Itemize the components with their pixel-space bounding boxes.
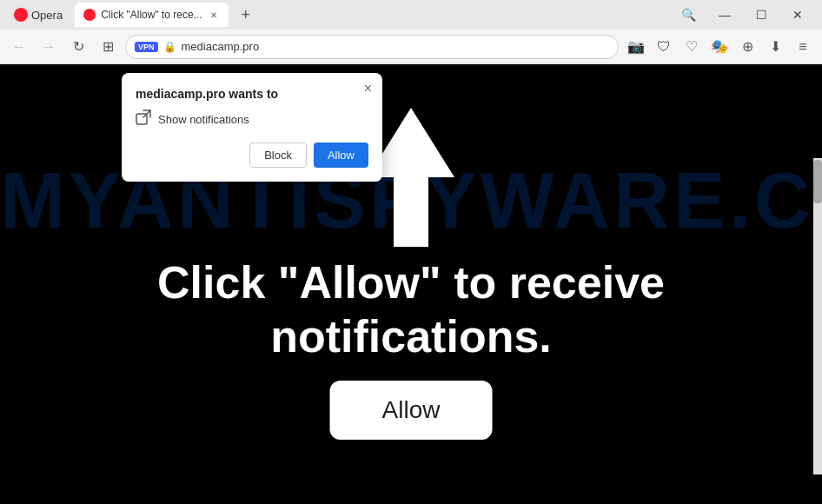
main-text: Click "Allow" to receive notifications. <box>0 255 822 364</box>
heart-icon[interactable]: ♡ <box>679 35 704 59</box>
minimize-button[interactable]: — <box>707 0 742 30</box>
camera-icon[interactable]: 📷 <box>624 35 648 59</box>
vpn-badge: VPN <box>135 42 158 52</box>
scrollbar-thumb[interactable] <box>813 160 822 203</box>
block-button[interactable]: Block <box>249 143 307 168</box>
maximize-button[interactable]: ☐ <box>744 0 779 30</box>
menu-button[interactable]: Opera <box>7 4 70 25</box>
address-text: mediacamp.pro <box>182 40 609 53</box>
address-input[interactable]: VPN 🔒 mediacamp.pro <box>125 35 619 59</box>
tabs-button[interactable]: ⊞ <box>96 35 120 59</box>
popup-close-button[interactable]: × <box>364 82 372 96</box>
page-content: MYANTISPYWARE.COM Click "Allow" to recei… <box>0 64 822 474</box>
menu-label: Opera <box>31 9 63 22</box>
new-tab-button[interactable]: + <box>234 3 258 27</box>
allow-big-button[interactable]: Allow <box>330 381 493 440</box>
opera-logo-icon <box>14 8 28 22</box>
title-bar: Opera Click "Allow" to rece... ✕ + 🔍 — ☐… <box>0 0 822 30</box>
scrollbar[interactable] <box>813 158 822 474</box>
popup-notification-icon <box>136 109 151 129</box>
tab-favicon-icon <box>83 9 96 21</box>
main-text-line2: notifications. <box>270 311 552 361</box>
active-tab[interactable]: Click "Allow" to rece... ✕ <box>75 3 229 27</box>
address-bar: ← → ↻ ⊞ VPN 🔒 mediacamp.pro 📷 🛡 ♡ 🎭 ⊕ ⬇ … <box>0 30 822 64</box>
reload-button[interactable]: ↻ <box>66 35 90 59</box>
download-icon[interactable]: ⬇ <box>763 35 787 59</box>
shield-icon[interactable]: 🛡 <box>652 35 676 59</box>
allow-button[interactable]: Allow <box>314 143 368 168</box>
window-controls: 🔍 — ☐ ✕ <box>671 0 815 30</box>
toolbar-icons: 📷 🛡 ♡ 🎭 ⊕ ⬇ ≡ <box>624 35 815 59</box>
popup-title: mediacamp.pro wants to <box>136 87 368 101</box>
tab-label: Click "Allow" to rece... <box>101 9 202 21</box>
popup-permission: Show notifications <box>136 109 368 129</box>
notification-popup: × mediacamp.pro wants to Show notificati… <box>122 73 382 182</box>
search-window-button[interactable]: 🔍 <box>671 0 706 30</box>
forward-button[interactable]: → <box>36 35 61 59</box>
tab-close-button[interactable]: ✕ <box>208 9 220 21</box>
menu-icon[interactable]: ≡ <box>791 35 815 59</box>
add-icon[interactable]: ⊕ <box>735 35 759 59</box>
popup-permission-text: Show notifications <box>158 113 249 126</box>
notification-permission-icon <box>136 109 151 125</box>
main-text-line1: Click "Allow" to receive <box>157 257 665 308</box>
back-button[interactable]: ← <box>7 35 31 59</box>
lock-icon: 🔒 <box>163 41 176 53</box>
close-button[interactable]: ✕ <box>780 0 815 30</box>
wallet-icon[interactable]: 🎭 <box>707 35 732 59</box>
popup-actions: Block Allow <box>136 143 368 168</box>
